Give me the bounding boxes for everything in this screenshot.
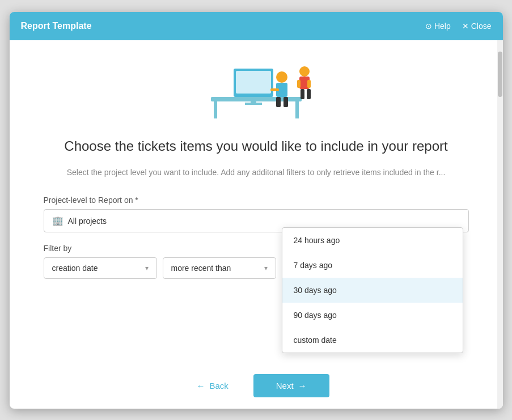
svg-rect-15: [307, 80, 311, 88]
dropdown-overlay: 24 hours ago 7 days ago 30 days ago 90 d…: [282, 227, 463, 353]
modal-body: Choose the tickets items you would like …: [10, 40, 503, 363]
scrollbar-track: [497, 40, 503, 409]
help-button[interactable]: ⊙ Help: [425, 22, 451, 31]
svg-point-12: [299, 66, 310, 77]
back-label: Back: [209, 381, 228, 391]
close-button[interactable]: ✕ Close: [462, 22, 492, 31]
close-icon: ✕: [462, 22, 469, 31]
arrow-left-icon: ←: [196, 381, 205, 391]
back-button[interactable]: ← Back: [183, 374, 242, 397]
svg-point-7: [276, 71, 287, 83]
svg-rect-11: [283, 97, 288, 107]
dropdown-item-1[interactable]: 7 days ago: [282, 253, 463, 278]
building-icon: 🏢: [52, 215, 64, 226]
svg-rect-2: [295, 101, 299, 118]
svg-rect-1: [214, 101, 217, 118]
project-label: Project-level to Report on *: [44, 196, 469, 205]
modal-title: Report Template: [21, 21, 92, 31]
help-icon: ⊙: [425, 22, 432, 31]
dropdown-item-4[interactable]: custom date: [282, 328, 463, 353]
modal-footer: ← Back Next →: [10, 363, 503, 409]
next-button[interactable]: Next →: [253, 374, 329, 397]
sub-text: Select the project level you want to inc…: [44, 167, 469, 179]
scrollbar-thumb[interactable]: [498, 52, 502, 97]
svg-rect-4: [236, 71, 271, 94]
modal-wrapper: Report Template ⊙ Help ✕ Close: [0, 0, 512, 420]
modal: Report Template ⊙ Help ✕ Close: [10, 12, 503, 409]
next-label: Next: [276, 381, 294, 391]
filter-condition-value: more recent than: [171, 264, 231, 273]
dropdown-item-3[interactable]: 90 days ago: [282, 303, 463, 328]
filter-condition-select[interactable]: more recent than ▾: [163, 257, 276, 279]
svg-rect-6: [245, 103, 262, 105]
dropdown-item-2[interactable]: 30 days ago: [282, 278, 463, 303]
header-actions: ⊙ Help ✕ Close: [425, 22, 492, 31]
svg-rect-14: [297, 80, 301, 88]
svg-rect-16: [301, 89, 304, 99]
svg-rect-10: [276, 97, 281, 107]
filter-date-value: creation date: [52, 264, 98, 273]
main-heading: Choose the tickets items you would like …: [44, 137, 469, 156]
svg-rect-17: [307, 89, 311, 99]
modal-header: Report Template ⊙ Help ✕ Close: [10, 12, 503, 40]
dropdown-item-0[interactable]: 24 hours ago: [282, 228, 463, 253]
illustration-container: [44, 40, 469, 131]
filter-date-select[interactable]: creation date ▾: [44, 257, 157, 279]
illustration-svg: [194, 52, 319, 125]
svg-rect-9: [270, 88, 279, 91]
chevron-down-icon-2: ▾: [264, 264, 268, 272]
chevron-down-icon: ▾: [145, 264, 149, 272]
svg-rect-5: [251, 97, 256, 103]
arrow-right-icon: →: [298, 381, 307, 391]
project-value: All projects: [68, 217, 107, 226]
